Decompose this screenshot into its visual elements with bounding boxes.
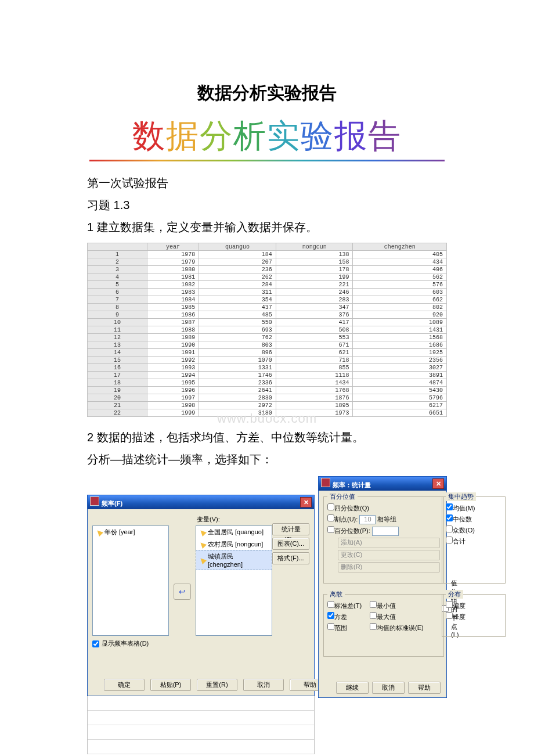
table-row: 15199210707182356 — [88, 357, 447, 364]
dialog-title: 频率(F) — [102, 500, 122, 507]
table-row: 1419918966211925 — [88, 349, 447, 357]
display-freq-table-checkbox[interactable]: 显示频率表格(D) — [92, 639, 149, 648]
table-cell: 7 — [88, 296, 147, 304]
kurtosis-checkbox[interactable]: 峰度 — [446, 612, 501, 621]
titlebar[interactable]: 频率(F) ✕ — [88, 495, 314, 509]
wa-char: 报 — [334, 118, 368, 154]
table-row: 16199313318553027 — [88, 364, 447, 372]
table-cell: 1434 — [276, 379, 353, 387]
table-cell: 2336 — [199, 379, 276, 387]
move-variable-button[interactable]: ↩ — [174, 584, 191, 600]
paste-button[interactable]: 粘贴(P) — [150, 679, 191, 691]
median-checkbox[interactable]: 中位数 — [446, 514, 501, 524]
ok-button[interactable]: 确定 — [104, 679, 145, 691]
table-row: 1019875504171089 — [88, 319, 447, 326]
charts-button[interactable]: 图表(C)... — [272, 538, 309, 550]
variable-icon — [199, 556, 207, 564]
table-cell: 3 — [88, 266, 147, 273]
dialog-title: 频率：统计量 — [333, 481, 371, 488]
table-cell: 6 — [88, 289, 147, 296]
range-checkbox[interactable]: 范围 — [327, 623, 362, 632]
step-1: 1 建立数据集，定义变量并输入数据并保存。 — [87, 216, 447, 238]
table-cell: 1925 — [353, 349, 447, 357]
table-cell: 347 — [276, 304, 353, 311]
table-cell: 4874 — [353, 379, 447, 387]
table-cell: 1876 — [276, 394, 353, 402]
list-item[interactable]: 农村居民 [nongcun] — [196, 538, 272, 550]
list-item[interactable]: 年份 [year] — [93, 526, 168, 538]
max-checkbox[interactable]: 最大值 — [370, 612, 424, 621]
group-label: 分布 — [446, 590, 463, 599]
checkbox-label: 偏度 — [453, 602, 466, 609]
column-header: chengzhen — [353, 243, 447, 251]
mode-checkbox[interactable]: 众数(O) — [446, 525, 501, 535]
checkbox-label: 方差 — [334, 613, 347, 620]
table-cell: 485 — [199, 311, 276, 319]
mean-checkbox[interactable]: 均值(M) — [446, 503, 501, 513]
table-row: 91986485376920 — [88, 311, 447, 319]
table-cell: 1983 — [147, 289, 199, 296]
list-item[interactable]: 全国居民 [quanguo] — [196, 526, 272, 538]
table-cell: 2972 — [199, 402, 276, 409]
close-icon[interactable]: ✕ — [432, 478, 444, 489]
table-cell: 16 — [88, 364, 147, 372]
wa-char: 数 — [132, 118, 166, 154]
column-header: quanguo — [199, 243, 276, 251]
table-cell: 1992 — [147, 357, 199, 364]
checkbox-label: 四分位数(Q) — [334, 505, 369, 512]
table-cell: 718 — [276, 357, 353, 364]
table-row: 171994174611183891 — [88, 372, 447, 379]
table-cell: 621 — [276, 349, 353, 357]
add-button[interactable]: 添加(A) — [338, 538, 440, 548]
table-cell: 693 — [199, 326, 276, 334]
reset-button[interactable]: 重置(R) — [197, 679, 237, 691]
percentiles-checkbox[interactable]: 百分位数(P): — [327, 526, 440, 536]
table-cell: 2356 — [353, 357, 447, 364]
cutpoints-input[interactable]: 10 — [359, 515, 376, 524]
table-cell: 376 — [276, 311, 353, 319]
percentile-input[interactable] — [372, 527, 399, 536]
cutpoints-checkbox[interactable]: 割点(U): 10 相等组 — [327, 514, 440, 524]
checkbox-label: 均值(M) — [453, 505, 475, 512]
cancel-button[interactable]: 取消 — [372, 682, 405, 694]
section-heading-1: 第一次试验报告 — [87, 172, 447, 194]
titlebar[interactable]: 频率：统计量 ✕ — [319, 477, 446, 491]
quartiles-checkbox[interactable]: 四分位数(Q) — [327, 503, 440, 513]
close-icon[interactable]: ✕ — [300, 497, 312, 507]
table-row: 1219897625531568 — [88, 334, 447, 341]
checkbox-label: 最大值 — [377, 613, 396, 620]
statistics-button[interactable]: 统计量(S)... — [272, 523, 309, 535]
se-checkbox[interactable]: 均值的标准误(E) — [370, 623, 424, 632]
checkbox-label: 范围 — [334, 624, 347, 631]
table-cell: 262 — [199, 273, 276, 281]
table-cell: 1991 — [147, 349, 199, 357]
skewness-checkbox[interactable]: 偏度 — [446, 601, 501, 610]
table-row: 31980236178496 — [88, 266, 447, 273]
group-label: 集中趋势 — [446, 492, 476, 501]
table-cell: 1980 — [147, 266, 199, 273]
help-button[interactable]: 帮助 — [408, 682, 441, 694]
available-list[interactable]: 年份 [year] — [92, 525, 169, 636]
checkbox-label: 标准差(T) — [334, 602, 362, 609]
percentile-group: 百分位值 四分位数(Q) 割点(U): 10 相等组 百分位数(P): 添加(A… — [323, 496, 444, 584]
min-checkbox[interactable]: 最小值 — [370, 601, 424, 610]
sd-checkbox[interactable]: 标准差(T) — [327, 601, 362, 610]
table-cell: 1768 — [276, 387, 353, 394]
table-cell: 3891 — [353, 372, 447, 379]
table-cell: 1331 — [199, 364, 276, 372]
cancel-button[interactable]: 取消 — [243, 679, 284, 691]
checkbox-label: 百分位数(P): — [334, 527, 370, 534]
variance-checkbox[interactable]: 方差 — [327, 612, 362, 621]
table-cell: 138 — [276, 251, 353, 258]
format-button[interactable]: 格式(F)... — [272, 552, 309, 564]
table-cell: 496 — [353, 266, 447, 273]
remove-button[interactable]: 删除(R) — [338, 562, 440, 573]
change-button[interactable]: 更改(C) — [338, 550, 440, 560]
list-item[interactable]: 城镇居民 [chengzhen] — [196, 550, 272, 570]
table-cell: 11 — [88, 326, 147, 334]
variable-icon — [199, 540, 207, 548]
sum-checkbox[interactable]: 合计 — [446, 537, 501, 546]
selected-list[interactable]: 全国居民 [quanguo] 农村居民 [nongcun] 城镇居民 [chen… — [196, 525, 272, 636]
continue-button[interactable]: 继续 — [336, 682, 369, 694]
wordart-title: 数据分析实验报告 — [87, 114, 447, 159]
